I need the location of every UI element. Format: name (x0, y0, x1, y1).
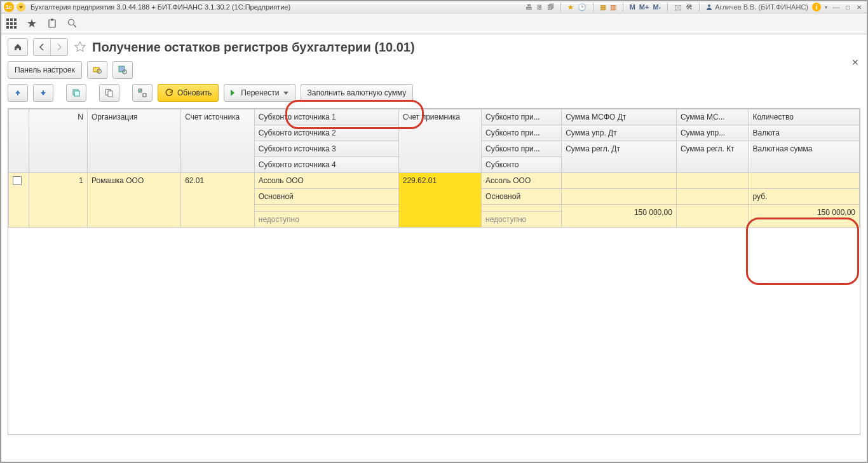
move-up-button[interactable] (8, 84, 28, 102)
copy-row-button[interactable] (66, 84, 86, 102)
cell-sum-upr-dt[interactable] (562, 189, 677, 205)
cell-sum-msfo-kt[interactable] (676, 173, 749, 189)
settings-panel-button[interactable]: Панель настроек (8, 61, 82, 79)
check-all-button[interactable] (132, 84, 153, 102)
cell-currency[interactable]: руб. (749, 189, 860, 205)
duplicate-button[interactable] (99, 84, 119, 102)
current-user[interactable]: Агличев В.В. (БИТ.ФИНАНС) (706, 3, 808, 11)
close-button[interactable]: ✕ (854, 3, 864, 11)
nav-forward-button[interactable] (51, 39, 67, 55)
col-sum-regl-kt[interactable]: Сумма регл. Кт (676, 141, 749, 173)
col-sub2[interactable]: Субконто источника 2 (254, 125, 398, 141)
svg-rect-3 (51, 19, 53, 21)
col-cur-sum[interactable]: Валютная сумма (749, 141, 860, 173)
home-button[interactable] (8, 38, 28, 56)
cell-sub4[interactable]: недоступно (254, 212, 398, 228)
cell-sum-regl-dt[interactable]: 150 000,00 (562, 205, 677, 228)
minimize-button[interactable]: — (831, 3, 841, 11)
svg-point-1 (708, 4, 710, 7)
cell-n[interactable]: 1 (29, 173, 87, 228)
col-subd4[interactable]: Субконто (482, 157, 562, 173)
col-sum-msfo-dt[interactable]: Сумма МСФО Дт (562, 109, 677, 125)
refresh-icon (165, 88, 173, 97)
doc-icon[interactable]: 🗎 (536, 3, 543, 11)
transfer-button[interactable]: Перенести (224, 84, 295, 102)
cell-cur-sum[interactable]: 150 000,00 (749, 205, 860, 228)
star-icon[interactable]: ★ (567, 3, 574, 11)
col-subd3[interactable]: Субконто при... (482, 141, 562, 157)
app-logo-icon: 1c (4, 2, 14, 12)
table-body: 1 Ромашка ООО 62.01 Ассоль ООО 229.62.01… (9, 173, 860, 228)
page-close-button[interactable]: ✕ (851, 57, 859, 67)
cell-subd4[interactable]: недоступно (482, 212, 562, 228)
col-sum-msfo-kt[interactable]: Сумма МС... (676, 109, 749, 125)
toolbar-1: Панель настроек (1, 59, 867, 81)
cell-org[interactable]: Ромашка ООО (88, 173, 181, 228)
nav-row: Получение остатков регистров бухгалтерии… (1, 34, 867, 59)
titlebar-dropdown-icon[interactable] (17, 3, 25, 11)
col-qty[interactable]: Количество (749, 109, 860, 125)
cell-subd2[interactable]: Основной (482, 189, 562, 205)
wrench-icon[interactable]: 🛠 (686, 3, 693, 11)
move-down-button[interactable] (33, 84, 53, 102)
search-icon[interactable] (67, 18, 78, 29)
transfer-label: Перенести (241, 88, 279, 97)
refresh-button[interactable]: Обновить (158, 84, 219, 102)
cell-checkbox[interactable] (9, 173, 29, 228)
col-sub3[interactable]: Субконто источника 3 (254, 141, 398, 157)
svg-rect-15 (143, 93, 146, 97)
title-bar: 1c Бухгалтерия предприятия 3.0.44.188 + … (1, 1, 867, 13)
svg-point-4 (69, 20, 74, 25)
table-row[interactable]: 1 Ромашка ООО 62.01 Ассоль ООО 229.62.01… (9, 173, 860, 189)
info-dropdown-icon[interactable]: ▾ (825, 4, 827, 10)
col-sub4[interactable]: Субконто источника 4 (254, 157, 398, 173)
panel-icon[interactable]: ▯▯ (674, 3, 682, 11)
quick-access-bar: ★ (1, 13, 867, 34)
m-plus-button[interactable]: M+ (639, 3, 649, 11)
cell-sub1[interactable]: Ассоль ООО (254, 173, 398, 189)
col-subd2[interactable]: Субконто при... (482, 125, 562, 141)
history-icon[interactable]: 🕑 (578, 3, 587, 11)
col-subd1[interactable]: Субконто при... (482, 109, 562, 125)
copy-icon[interactable]: 🗐 (547, 3, 554, 11)
cell-sum-msfo-dt[interactable] (562, 173, 677, 189)
apps-icon[interactable] (6, 18, 17, 29)
cell-qty[interactable] (749, 173, 860, 189)
nav-back-button[interactable] (34, 39, 51, 55)
col-sum-regl-dt[interactable]: Сумма регл. Дт (562, 141, 677, 173)
calendar-icon[interactable]: ▥ (610, 3, 616, 11)
col-checkbox[interactable] (9, 109, 29, 173)
cell-subd1[interactable]: Ассоль ООО (482, 173, 562, 189)
save-settings-button[interactable] (112, 61, 133, 79)
clipboard-icon[interactable] (47, 18, 57, 29)
load-settings-button[interactable] (87, 61, 107, 79)
m-button[interactable]: M (630, 3, 635, 11)
calc-icon[interactable]: ▦ (600, 3, 606, 11)
col-org[interactable]: Организация (88, 109, 181, 173)
col-sum-upr-kt[interactable]: Сумма упр... (676, 125, 749, 141)
col-sum-upr-dt[interactable]: Сумма упр. Дт (562, 125, 677, 141)
cell-acct-src[interactable]: 62.01 (181, 173, 255, 228)
cell-acct-dst[interactable]: 229.62.01 (398, 173, 481, 228)
m-minus-button[interactable]: M- (653, 3, 661, 11)
play-icon (231, 90, 237, 96)
cell-sub2[interactable]: Основной (254, 189, 398, 205)
page-favorite-icon[interactable] (73, 40, 87, 54)
col-acct-dst[interactable]: Счет приемника (398, 109, 481, 173)
col-acct-src[interactable]: Счет источника (181, 109, 255, 173)
svg-rect-11 (74, 91, 79, 96)
page-title: Получение остатков регистров бухгалтерии… (92, 40, 415, 55)
cell-subd3[interactable] (482, 205, 562, 212)
col-sub1[interactable]: Субконто источника 1 (254, 109, 398, 125)
info-icon[interactable]: i (812, 3, 821, 11)
col-currency[interactable]: Валюта (749, 125, 860, 141)
fill-currency-button[interactable]: Заполнить валютную сумму (301, 84, 414, 102)
printer-icon[interactable]: 🖶 (526, 3, 532, 11)
titlebar-tools: 🖶 🗎 🗐 ★ 🕑 ▦ ▥ M M+ M- ▯▯ 🛠 Агличев В.В. … (526, 3, 827, 11)
cell-sum-regl-kt[interactable] (676, 205, 749, 228)
col-n[interactable]: N (29, 109, 87, 173)
maximize-button[interactable]: □ (843, 3, 853, 11)
favorites-icon[interactable]: ★ (27, 18, 37, 29)
cell-sub3[interactable] (254, 205, 398, 212)
cell-sum-upr-kt[interactable] (676, 189, 749, 205)
